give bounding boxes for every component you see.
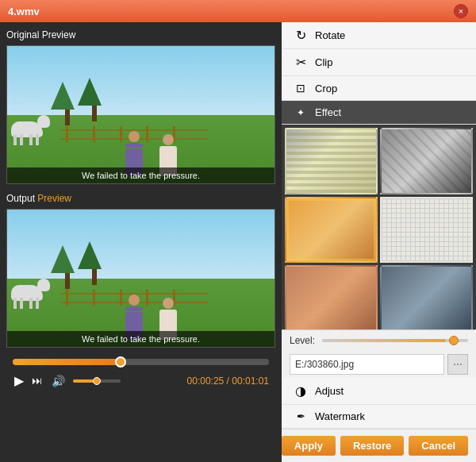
fence-post1 [66, 126, 68, 142]
step-forward-button[interactable]: ⏭ [30, 373, 44, 388]
tree-trunk3 [92, 269, 97, 285]
crop-label: Crop [315, 83, 337, 94]
tool-crop[interactable]: ⊡ Crop [282, 76, 476, 101]
effect-grid: Material [282, 125, 476, 329]
horse-leg7 [29, 298, 33, 309]
adjust-label: Adjust [315, 385, 344, 397]
close-button[interactable]: × [454, 4, 468, 18]
effect-label: Effect [315, 106, 341, 118]
effect-thumb-1[interactable] [285, 128, 378, 194]
horse-leg6 [20, 298, 23, 309]
horse-head [37, 115, 50, 128]
effect-grid-inner: Material [285, 128, 473, 329]
fence-post4 [146, 126, 148, 142]
effect-icon: ✦ [293, 107, 309, 118]
left-panel: Original Preview [0, 22, 282, 462]
level-fill [322, 339, 446, 342]
original-frame: We failed to take the pressure. [7, 46, 274, 183]
level-thumb[interactable] [449, 336, 459, 345]
volume-icon: 🔊 [52, 375, 65, 387]
original-preview: We failed to take the pressure. [6, 45, 275, 184]
sky-bg [7, 46, 274, 121]
fence-post2 [93, 126, 95, 142]
level-label: Level: [290, 335, 317, 346]
time-total: 00:01:01 [232, 375, 269, 387]
person3-head [129, 295, 140, 306]
output-frame: We failed to take the pressure. [7, 210, 274, 347]
tree-top [78, 78, 102, 106]
effect-thumb-5[interactable] [285, 265, 378, 329]
title-bar: 4.wmv × [0, 0, 476, 22]
rotate-label: Rotate [315, 29, 345, 41]
fence-post9 [146, 290, 148, 306]
effect-thumb-4[interactable] [380, 197, 473, 264]
effect-overlay4 [382, 198, 471, 262]
subtitle-bar2: We failed to take the pressure. [7, 331, 274, 347]
person2-head [163, 134, 174, 145]
tree3 [87, 241, 102, 285]
volume-thumb[interactable] [93, 377, 101, 385]
tool-watermark[interactable]: ✒ Watermark [282, 405, 476, 429]
effect-overlay2 [382, 129, 471, 193]
output-label: Output Preview [6, 193, 71, 204]
sky-bg2 [7, 210, 274, 285]
watermark-icon: ✒ [293, 410, 309, 422]
fence-post6 [66, 290, 68, 306]
tree-top3 [78, 241, 102, 269]
level-track[interactable] [322, 339, 468, 342]
crop-icon: ⊡ [293, 82, 309, 94]
apply-button[interactable]: Apply [282, 436, 336, 456]
time-display: 00:00:25 / 00:01:01 [187, 375, 269, 387]
tool-effect[interactable]: ✦ Effect [282, 101, 476, 125]
filepath-row: ⋯ [282, 351, 476, 378]
tree-top2 [51, 82, 75, 110]
tree2 [60, 82, 75, 125]
watermark-label: Watermark [315, 410, 365, 422]
clip-icon: ✂ [293, 55, 309, 70]
tool-clip[interactable]: ✂ Clip [282, 49, 476, 76]
right-panel: ↻ Rotate ✂ Clip ⊡ Crop ✦ Effect [282, 22, 476, 462]
output-preview: We failed to take the pressure. [6, 209, 275, 348]
horse [7, 114, 51, 145]
window-title: 4.wmv [8, 6, 40, 17]
horse-head2 [37, 279, 50, 291]
effect-thumb-2[interactable] [380, 128, 473, 194]
horse-leg1 [13, 134, 17, 145]
subtitle-text2: We failed to take the pressure. [82, 334, 200, 344]
adjust-icon: ◑ [293, 383, 309, 398]
fence-post8 [120, 290, 122, 306]
subtitle-text: We failed to take the pressure. [82, 171, 200, 180]
horse-leg3 [29, 134, 33, 145]
tree-trunk2 [65, 110, 70, 125]
tool-rotate[interactable]: ↻ Rotate [282, 22, 476, 49]
horse2 [7, 277, 51, 309]
browse-button[interactable]: ⋯ [447, 354, 468, 375]
tree4 [60, 245, 75, 289]
tree-top4 [51, 245, 75, 273]
person1-wrap [125, 143, 144, 148]
rotate-icon: ↻ [293, 28, 309, 43]
play-button[interactable]: ▶ [13, 372, 25, 390]
tool-adjust[interactable]: ◑ Adjust [282, 378, 476, 405]
level-row: Level: [282, 329, 476, 351]
restore-button[interactable]: Restore [340, 436, 404, 456]
fence-post7 [93, 290, 95, 306]
filepath-input[interactable] [290, 354, 444, 375]
effect-overlay3 [286, 198, 376, 262]
controls-row: ▶ ⏭ 🔊 00:00:25 / 00:01:01 [13, 372, 269, 390]
scrubber-thumb[interactable] [115, 356, 126, 368]
tree-trunk [92, 106, 97, 121]
effect-thumb-3[interactable] [285, 197, 378, 264]
tree-trunk4 [65, 273, 70, 289]
output-preview-label: Output Preview [6, 192, 275, 204]
effect-thumb-6[interactable] [380, 265, 473, 329]
subtitle-bar: We failed to take the pressure. [7, 167, 274, 183]
cancel-button[interactable]: Cancel [409, 436, 468, 456]
clip-label: Clip [315, 56, 332, 68]
person3-wrap [125, 306, 144, 311]
scrubber-track[interactable] [13, 359, 269, 365]
volume-track[interactable] [73, 379, 121, 383]
original-label: Original Preview [6, 29, 75, 40]
scrubber-fill [13, 359, 121, 365]
time-current: 00:00:25 [187, 375, 225, 387]
